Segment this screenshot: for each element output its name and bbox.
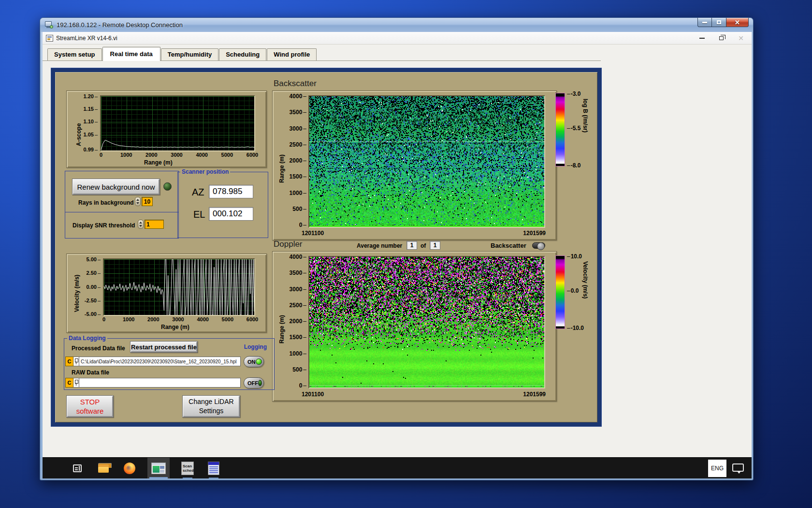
app-minimize-button[interactable] bbox=[699, 38, 705, 39]
backscatter-title: Backscatter bbox=[274, 79, 317, 89]
tab-system-setup[interactable]: System setup bbox=[47, 48, 102, 60]
snr-spinner[interactable] bbox=[138, 220, 144, 229]
app-titlebar[interactable]: StreamLine XR v14-6.vi ✕ bbox=[43, 32, 752, 45]
logging-label: Logging bbox=[244, 344, 267, 350]
task-view-button[interactable] bbox=[69, 458, 86, 478]
az-label: AZ bbox=[192, 187, 204, 198]
rdp-window-title: 192.168.0.122 - Remote Desktop Connectio… bbox=[57, 21, 183, 29]
streamline-app-window: StreamLine XR v14-6.vi ✕ System setup Re… bbox=[43, 32, 752, 457]
minimize-icon bbox=[699, 38, 705, 39]
rays-spinner[interactable] bbox=[135, 197, 141, 206]
rdp-window: 192.168.0.122 - Remote Desktop Connectio… bbox=[40, 17, 754, 480]
rays-in-background-label: Rays in background bbox=[78, 199, 134, 206]
app-close-button[interactable]: ✕ bbox=[738, 35, 744, 42]
velocity-yticks: 5.00 2.50 0.00 -2.50 -5.00 bbox=[81, 259, 101, 314]
a-scope-yticks: 1.20 1.15 1.10 1.05 0.99 bbox=[78, 96, 98, 149]
notification-bubble-icon[interactable] bbox=[732, 463, 744, 472]
off-led bbox=[258, 380, 262, 386]
doppler-title: Doppler bbox=[274, 239, 303, 249]
el-label: EL bbox=[193, 209, 205, 220]
streamline-taskbar-button[interactable] bbox=[147, 458, 170, 478]
labview-vi-icon bbox=[46, 35, 53, 42]
backscatter-toggle[interactable] bbox=[532, 242, 545, 249]
of-label: of bbox=[420, 242, 426, 249]
app-restore-button[interactable] bbox=[719, 36, 724, 40]
scan-schedule-icon: Scansched bbox=[181, 462, 194, 475]
renew-background-button[interactable]: Renew background now bbox=[72, 179, 160, 195]
rdp-minimize-button[interactable] bbox=[697, 18, 712, 27]
stop-software-button[interactable]: STOP software bbox=[66, 395, 114, 418]
file-explorer-button[interactable] bbox=[95, 458, 112, 478]
renew-status-led bbox=[163, 182, 172, 191]
app-window-title: StreamLine XR v14-6.vi bbox=[56, 35, 117, 42]
running-app-indicator bbox=[209, 478, 218, 478]
front-panel: A-scope 1.20 1.15 1.10 1.05 0.99 0 1000 bbox=[55, 72, 597, 422]
processed-drive-selector[interactable]: C bbox=[65, 357, 73, 366]
az-value: 078.985 bbox=[209, 185, 253, 198]
average-number-label: Average number bbox=[357, 242, 402, 249]
rdp-maximize-button[interactable] bbox=[712, 18, 726, 27]
average-number-field[interactable]: 1 bbox=[406, 241, 417, 250]
restore-icon bbox=[719, 36, 724, 40]
raw-logging-off-switch[interactable]: OFF bbox=[244, 377, 264, 388]
snr-threshold-box: Display SNR threshold 1 bbox=[65, 212, 179, 239]
tab-scheduling[interactable]: Scheduling bbox=[219, 48, 266, 60]
rdp-close-button[interactable]: ✕ bbox=[726, 18, 749, 27]
language-indicator[interactable]: ENG bbox=[708, 460, 726, 477]
scanner-position-box: Scanner position AZ 078.985 EL 000.102 bbox=[177, 172, 268, 238]
doppler-colorbar bbox=[555, 255, 565, 329]
backscatter-graph-group: Range (m) 4000 3500 3000 2500 2000 1500 … bbox=[272, 90, 557, 240]
processed-logging-on-switch[interactable]: ON bbox=[244, 356, 264, 367]
el-value: 000.102 bbox=[209, 207, 253, 221]
processed-path-field[interactable]: C:\Lidar\Data\Proc\2023\202309\20230920\… bbox=[79, 357, 241, 366]
change-lidar-settings-button[interactable]: Change LiDAR Settings bbox=[182, 395, 240, 418]
doppler-canvas bbox=[309, 257, 544, 388]
task-view-icon bbox=[73, 464, 82, 472]
raw-data-file-label: RAW Data file bbox=[72, 369, 109, 376]
processed-browse-icon[interactable] bbox=[73, 357, 79, 366]
tab-bar: System setup Real time data Temp/humidit… bbox=[47, 48, 317, 60]
raw-path-field[interactable] bbox=[79, 378, 241, 388]
background-controls-box: Renew background now Rays in background … bbox=[65, 171, 179, 212]
minimize-icon bbox=[702, 22, 707, 23]
velocity-graph-group: Velocity (m/s) 5.00 2.50 0.00 -2.50 -5.0… bbox=[66, 254, 267, 333]
tab-temp-humidity[interactable]: Temp/humidity bbox=[161, 48, 218, 60]
backscatter-plot bbox=[308, 95, 545, 228]
striped-document-icon bbox=[208, 462, 219, 475]
a-scope-xlabel: Range (m) bbox=[144, 159, 173, 166]
a-scope-canvas bbox=[101, 96, 254, 150]
restart-processed-file-button[interactable]: Restart processed file bbox=[130, 341, 198, 353]
on-led bbox=[256, 359, 262, 365]
velocity-canvas bbox=[104, 259, 254, 315]
processed-path-control: C C:\Lidar\Data\Proc\2023\202309\2023092… bbox=[65, 357, 241, 366]
tab-wind-profile[interactable]: Wind profile bbox=[267, 48, 317, 60]
streamline-app-icon bbox=[151, 463, 166, 474]
active-app-indicator bbox=[149, 477, 168, 478]
snr-value-field[interactable]: 1 bbox=[145, 220, 164, 229]
running-app-indicator bbox=[183, 478, 192, 478]
firefox-button[interactable] bbox=[121, 458, 138, 478]
raw-path-control: C bbox=[65, 378, 241, 388]
raw-browse-icon[interactable] bbox=[73, 378, 79, 388]
doppler-yticks: 4000 3500 3000 2500 2000 1500 1000 500 0 bbox=[286, 257, 306, 386]
doppler-colorbar-label: Velocity (m/s) bbox=[582, 261, 589, 324]
doppler-plot bbox=[308, 256, 545, 388]
rays-value-field[interactable]: 10 bbox=[142, 197, 153, 206]
striped-document-button[interactable] bbox=[205, 458, 222, 478]
velocity-ylabel: Velocity (m/s) bbox=[73, 262, 80, 312]
a-scope-plot bbox=[100, 95, 255, 151]
doppler-graph-group: Range (m) 4000 3500 3000 2500 2000 1500 … bbox=[272, 251, 557, 402]
doppler-x-right: 1201599 bbox=[523, 391, 546, 398]
average-total-field[interactable]: 1 bbox=[430, 241, 440, 250]
tab-real-time-data[interactable]: Real time data bbox=[102, 47, 160, 61]
backscatter-toggle-label: Backscatter bbox=[491, 242, 526, 249]
scan-schedule-button[interactable]: Scansched bbox=[179, 458, 196, 478]
backscatter-colorbar bbox=[555, 93, 565, 166]
velocity-xticks: 0 1000 2000 3000 4000 5000 6000 bbox=[104, 316, 252, 323]
taskbar: Scansched ENG bbox=[43, 457, 752, 478]
file-explorer-icon bbox=[98, 464, 109, 473]
panel-frame: A-scope 1.20 1.15 1.10 1.05 0.99 0 1000 bbox=[51, 68, 602, 427]
raw-drive-selector[interactable]: C bbox=[65, 378, 73, 388]
rdp-titlebar[interactable]: 192.168.0.122 - Remote Desktop Connectio… bbox=[40, 18, 753, 32]
maximize-icon bbox=[717, 20, 721, 24]
